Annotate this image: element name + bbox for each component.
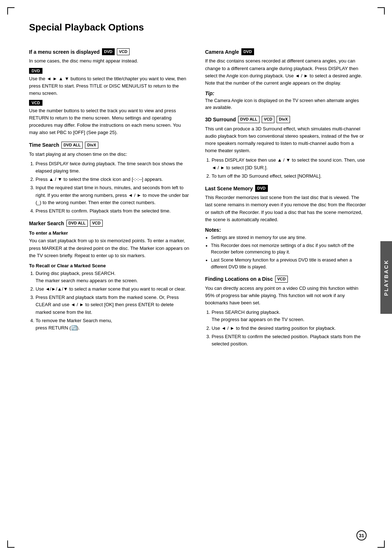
section-header-finding: Finding Locations on a Disc VCD <box>205 276 367 283</box>
vcd-block: VCD Use the number buttons to select the… <box>29 100 191 137</box>
marker-enter-header: To enter a Marker <box>29 230 191 236</box>
time-step-4: Press ENTER to confirm. Playback starts … <box>36 207 191 215</box>
corner-mark-tr <box>377 7 385 15</box>
note-item-2: This Recorder does not memorize settings… <box>211 242 367 256</box>
badge-dvd-camera: DVD <box>241 48 254 55</box>
finding-step-3: Press ENTER to confirm the selected posi… <box>212 333 367 348</box>
section-title-last-scene: Last Scene Memory <box>205 186 253 191</box>
finding-locations-steps: Press SEARCH during playback.The progres… <box>205 309 367 348</box>
tip-title-camera: Tip: <box>205 90 367 96</box>
dvd-block-text: Use the ◄ ► ▲ ▼ buttons to select the ti… <box>29 75 191 97</box>
tip-text-camera: The Camera Angle icon is displayed on th… <box>205 97 367 111</box>
badge-divx-time: DivX <box>85 142 98 149</box>
badge-vcd-3d: VCD <box>262 116 274 123</box>
section-title-marker: Marker Search <box>29 220 64 226</box>
badge-vcd-menu: VCD <box>117 48 130 55</box>
side-tab: PLAYBACK <box>380 241 392 314</box>
badge-dvd-last-scene: DVD <box>255 185 268 192</box>
section-last-scene: Last Scene Memory DVD This Recorder memo… <box>205 185 367 271</box>
section-3d-surround: 3D Surround DVD ALL VCD DivX This unit c… <box>205 116 367 179</box>
marker-recall-steps: During disc playback, press SEARCH.The m… <box>29 270 191 332</box>
section-header-menu: If a menu screen is displayed DVD VCD <box>29 48 191 55</box>
marker-enter-text: You can start playback from up to six me… <box>29 237 191 259</box>
vcd-badge-block: VCD <box>29 100 42 106</box>
section-title-3d: 3D Surround <box>205 117 236 122</box>
content-columns: If a menu screen is displayed DVD VCD In… <box>29 43 367 350</box>
note-item-1: Settings are stored in memory for use an… <box>211 234 367 241</box>
section-title-camera: Camera Angle <box>205 49 239 55</box>
marker-step-4: To remove the Marker Search menu,press R… <box>36 317 191 332</box>
time-search-intro: To start playing at any chosen time on t… <box>29 151 191 158</box>
time-step-1: Press DISPLAY twice during playback. The… <box>36 160 191 175</box>
corner-mark-bl <box>7 540 15 548</box>
tip-box-camera: Tip: The Camera Angle icon is displayed … <box>205 90 367 111</box>
badge-dvdall-time: DVD ALL <box>61 142 83 149</box>
notes-box-last-scene: Notes: Settings are stored in memory for… <box>205 227 367 271</box>
corner-mark-br <box>377 540 385 548</box>
section-marker-search: Marker Search DVD ALL VCD To enter a Mar… <box>29 220 191 332</box>
finding-step-2: Use ◄ / ► to find the desired starting p… <box>212 325 367 332</box>
badge-vcd-marker: VCD <box>90 220 103 227</box>
3d-surround-steps: Press DISPLAY twice then use ▲ / ▼ to se… <box>205 157 367 179</box>
section-time-search: Time Search DVD ALL DivX To start playin… <box>29 142 191 215</box>
3d-step-2: To turn off the 3D Surround effect, sele… <box>212 173 367 180</box>
badge-dvdall-3d: DVD ALL <box>238 116 260 123</box>
notes-title-last-scene: Notes: <box>205 227 367 233</box>
3d-surround-text: This unit can produce a 3D Surround effe… <box>205 125 367 155</box>
dvd-badge-block: DVD <box>29 68 42 74</box>
marker-step-2: Use ◄/►/▲/▼ to select a marker scene tha… <box>36 285 191 293</box>
notes-list-last-scene: Settings are stored in memory for use an… <box>205 234 367 271</box>
3d-step-1: Press DISPLAY twice then use ▲ / ▼ to se… <box>212 157 367 171</box>
last-scene-text: This Recorder memorizes last scene from … <box>205 194 367 223</box>
section-finding-locations: Finding Locations on a Disc VCD You can … <box>205 276 367 348</box>
time-search-steps: Press DISPLAY twice during playback. The… <box>29 160 191 215</box>
section-title-finding: Finding Locations on a Disc <box>205 276 273 282</box>
section-camera-angle: Camera Angle DVD If the disc contains sc… <box>205 48 367 111</box>
vcd-block-text: Use the number buttons to select the tra… <box>29 107 191 137</box>
marker-recall-header: To Recall or Clear a Marked Scene <box>29 263 191 268</box>
corner-mark-tl <box>7 7 15 15</box>
section-menu-screen: If a menu screen is displayed DVD VCD In… <box>29 48 191 137</box>
section-header-3d: 3D Surround DVD ALL VCD DivX <box>205 116 367 123</box>
badge-vcd-finding: VCD <box>275 276 288 283</box>
page-number: 31 <box>356 530 367 540</box>
time-step-2: Press ▲ / ▼ to select the time clock ico… <box>36 176 191 183</box>
section-header-camera: Camera Angle DVD <box>205 48 367 55</box>
badge-dvdall-marker: DVD ALL <box>66 220 88 227</box>
finding-step-1: Press SEARCH during playback.The progres… <box>212 309 367 323</box>
section-header-time: Time Search DVD ALL DivX <box>29 142 191 149</box>
right-column: Camera Angle DVD If the disc contains sc… <box>205 43 367 350</box>
badge-divx-3d: DivX <box>277 116 290 123</box>
marker-step-3: Press ENTER and playback starts from the… <box>36 294 191 316</box>
page-title: Special Playback Options <box>29 22 367 33</box>
section-header-last-scene: Last Scene Memory DVD <box>205 185 367 192</box>
section-title-time: Time Search <box>29 142 59 148</box>
note-item-3: Last Scene Memory function for a previou… <box>211 257 367 271</box>
badge-dvd-menu: DVD <box>102 48 115 55</box>
dvd-block: DVD Use the ◄ ► ▲ ▼ buttons to select th… <box>29 68 191 97</box>
side-tab-label: PLAYBACK <box>383 259 389 296</box>
marker-step-1: During disc playback, press SEARCH.The m… <box>36 270 191 284</box>
section-title-menu: If a menu screen is displayed <box>29 49 100 55</box>
menu-intro-text: In some cases, the disc menu might appea… <box>29 57 191 65</box>
finding-locations-text: You can directly access any point on a v… <box>205 285 367 307</box>
page-container: PLAYBACK 31 Special Playback Options If … <box>0 0 392 555</box>
time-step-3: Input the required start time in hours, … <box>36 184 191 206</box>
camera-angle-text: If the disc contains scenes recorded at … <box>205 57 367 87</box>
section-header-marker: Marker Search DVD ALL VCD <box>29 220 191 227</box>
left-column: If a menu screen is displayed DVD VCD In… <box>29 43 191 350</box>
